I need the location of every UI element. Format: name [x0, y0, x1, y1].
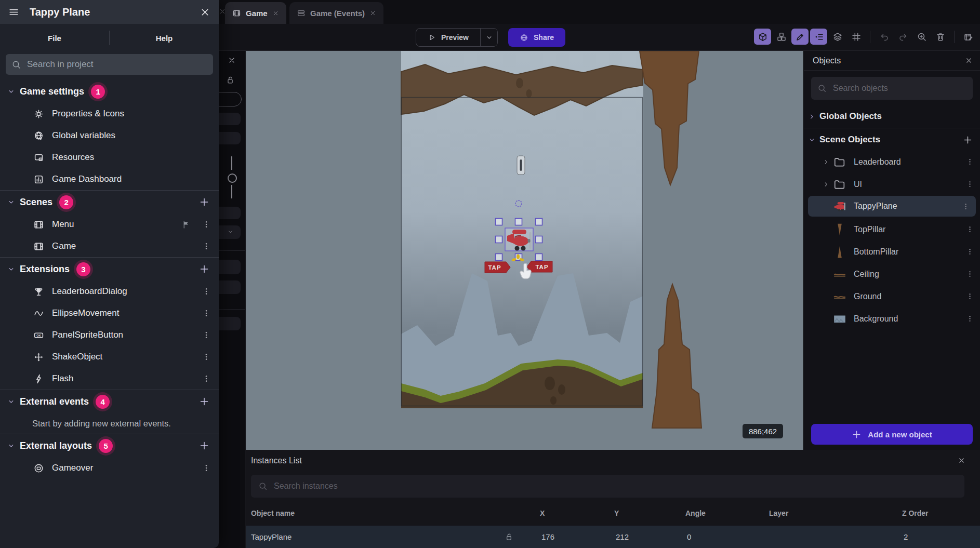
share-button[interactable]: Share — [508, 28, 565, 47]
row-menu-icon[interactable] — [966, 248, 974, 256]
tab-close-icon[interactable] — [272, 10, 279, 17]
instances-close-icon[interactable] — [958, 457, 965, 464]
divider — [954, 31, 955, 43]
instances-list-toggle[interactable] — [810, 29, 827, 45]
row-menu-icon[interactable] — [966, 180, 974, 188]
lock-open-icon[interactable] — [226, 75, 235, 85]
row-menu-icon[interactable] — [966, 225, 974, 233]
object-row-toppillar[interactable]: TopPillar — [804, 218, 980, 240]
instance-z-order[interactable]: 2 — [904, 532, 908, 541]
section-header-extensions[interactable]: Extensions 3 — [0, 258, 219, 280]
instances-search[interactable] — [251, 475, 964, 498]
preview-button[interactable]: Preview — [416, 28, 498, 47]
scene-objects-header[interactable]: Scene Objects — [804, 130, 980, 150]
object-row-leaderboard[interactable]: Leaderboard — [804, 151, 980, 173]
grid-toggle[interactable] — [847, 29, 865, 45]
global-objects-header[interactable]: Global Objects — [804, 106, 980, 126]
add-scene-icon[interactable] — [199, 197, 209, 207]
row-menu-icon[interactable] — [202, 220, 210, 229]
item-global-variables[interactable]: Global variables — [0, 125, 219, 146]
item-layout-gameover[interactable]: Gameover — [0, 457, 219, 479]
object-row-tappyplane[interactable]: TappyPlane — [808, 196, 976, 217]
layers-panel-toggle[interactable] — [829, 29, 846, 45]
add-external-event-icon[interactable] — [199, 396, 209, 407]
instances-panel-toggle[interactable] — [773, 29, 790, 45]
objects-search-input[interactable] — [832, 83, 966, 93]
row-menu-icon[interactable] — [202, 287, 210, 296]
objects-search[interactable] — [811, 77, 973, 100]
item-properties-icons[interactable]: Properties & Icons — [0, 103, 219, 125]
row-menu-icon[interactable] — [966, 270, 974, 278]
section-header-game-settings[interactable]: Game settings 1 — [0, 80, 219, 103]
section-header-external-events[interactable]: External events 4 — [0, 390, 219, 413]
item-ext-leaderboarddialog[interactable]: LeaderboardDialog — [0, 280, 219, 302]
object-row-ui[interactable]: UI — [804, 173, 980, 195]
edit-scene-events-button[interactable] — [960, 29, 977, 45]
tab-game-events[interactable]: Game (Events) — [289, 2, 383, 24]
item-ext-ellipsemovement[interactable]: EllipseMovement — [0, 302, 219, 324]
item-game-dashboard[interactable]: Game Dashboard — [0, 168, 219, 190]
preview-dropdown-button[interactable] — [481, 29, 497, 46]
scene-render: TAP TAP — [246, 51, 803, 450]
item-resources[interactable]: Resources — [0, 146, 219, 168]
object-row-background[interactable]: Background — [804, 308, 980, 330]
objects-close-icon[interactable] — [965, 57, 973, 64]
zoom-button[interactable] — [913, 29, 930, 45]
item-scene-menu[interactable]: Menu — [0, 213, 219, 235]
project-search-input[interactable] — [26, 59, 207, 70]
bottom-pillar[interactable] — [652, 284, 701, 428]
instance-y[interactable]: 212 — [616, 532, 629, 541]
row-menu-icon[interactable] — [966, 158, 974, 166]
section-external-layouts: External layouts 5 Gameover — [0, 434, 219, 479]
object-row-ground[interactable]: Ground — [804, 285, 980, 308]
section-header-scenes[interactable]: Scenes 2 — [0, 191, 219, 213]
top-pillar[interactable] — [640, 51, 699, 185]
link-toggle[interactable] — [228, 173, 237, 183]
lock-open-icon[interactable] — [505, 532, 513, 541]
item-ext-flash[interactable]: Flash — [0, 368, 219, 390]
scene-canvas[interactable]: TAP TAP 886;462 — [246, 51, 803, 450]
step-badge: 3 — [76, 262, 90, 276]
add-new-object-button[interactable]: Add a new object — [811, 424, 973, 445]
add-extension-icon[interactable] — [199, 264, 209, 274]
instance-angle[interactable]: 0 — [687, 532, 691, 541]
properties-close-icon[interactable] — [228, 56, 236, 64]
row-menu-icon[interactable] — [966, 292, 974, 300]
row-menu-icon[interactable] — [202, 309, 210, 317]
instance-row-tappyplane[interactable]: TappyPlane 176 212 0 2 — [246, 526, 980, 548]
add-object-icon[interactable] — [963, 135, 973, 145]
row-menu-icon[interactable] — [202, 375, 210, 383]
add-external-layout-icon[interactable] — [199, 440, 209, 451]
row-menu-icon[interactable] — [202, 331, 210, 339]
drawer-close-icon[interactable] — [200, 7, 210, 18]
delete-button[interactable] — [932, 29, 949, 45]
tab-game-scene[interactable]: Game — [225, 2, 286, 24]
item-ext-panelspritebutton[interactable]: OK PanelSpriteButton — [0, 324, 219, 346]
row-menu-icon[interactable] — [202, 464, 210, 472]
object-row-bottompillar[interactable]: BottomPillar — [804, 240, 980, 263]
objects-panel-toggle[interactable] — [754, 29, 771, 45]
chevron-right-icon[interactable] — [823, 181, 830, 188]
item-scene-game[interactable]: Game — [0, 235, 219, 257]
chevron-right-icon[interactable] — [823, 158, 830, 166]
preview-button-main[interactable]: Preview — [416, 29, 480, 46]
hamburger-menu-icon[interactable] — [8, 7, 19, 18]
project-search[interactable] — [6, 54, 213, 75]
row-menu-icon[interactable] — [966, 315, 974, 323]
help-menu[interactable]: Help — [110, 34, 219, 43]
item-ext-shakeobject[interactable]: ShakeObject — [0, 346, 219, 368]
instances-search-input[interactable] — [273, 481, 957, 491]
tab-close-icon[interactable] — [369, 10, 376, 17]
row-menu-icon[interactable] — [962, 203, 970, 210]
undo-button[interactable] — [876, 29, 893, 45]
properties-panel-toggle[interactable] — [791, 29, 809, 45]
section-label: External events — [20, 396, 89, 407]
object-row-ceiling[interactable]: Ceiling — [804, 263, 980, 285]
redo-button[interactable] — [894, 29, 911, 45]
file-menu[interactable]: File — [0, 34, 109, 43]
tap-sign-left[interactable]: TAP — [485, 262, 510, 273]
row-menu-icon[interactable] — [202, 242, 210, 250]
instance-x[interactable]: 176 — [541, 532, 554, 541]
section-header-external-layouts[interactable]: External layouts 5 — [0, 434, 219, 457]
row-menu-icon[interactable] — [202, 353, 210, 361]
